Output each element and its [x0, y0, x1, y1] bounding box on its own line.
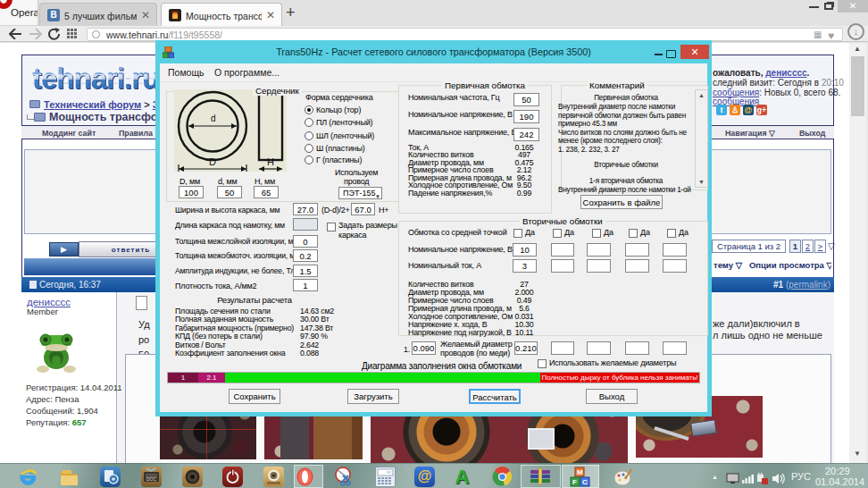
svg-text:DOC: DOC — [146, 476, 157, 482]
svg-text:H: H — [267, 156, 274, 167]
svg-text:C: C — [582, 478, 588, 486]
svg-text:D: D — [209, 156, 216, 167]
svg-text:M: M — [577, 468, 583, 476]
svg-text:d: d — [211, 114, 216, 123]
svg-text:F: F — [572, 478, 577, 486]
